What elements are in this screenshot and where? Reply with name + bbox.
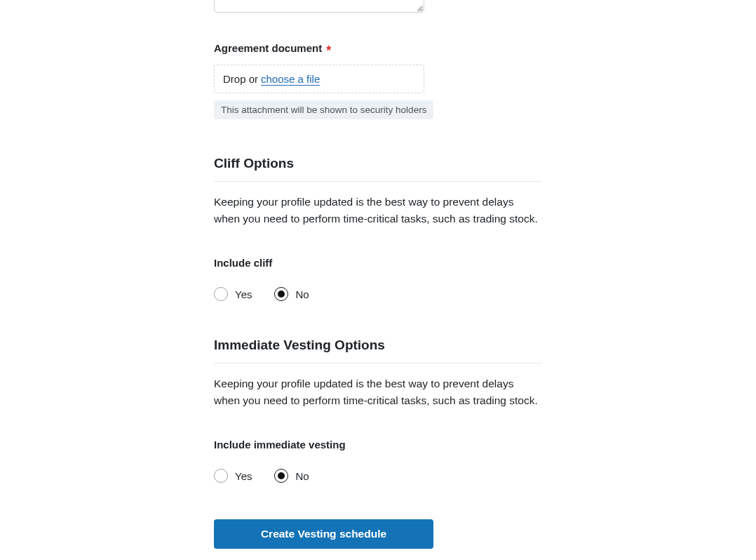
resize-handle-icon[interactable] [415, 4, 422, 11]
radio-label-no: No [295, 470, 309, 482]
radio-icon [274, 287, 288, 301]
required-asterisk-icon: * [326, 46, 331, 55]
agreement-label-text: Agreement document [214, 42, 322, 54]
agreement-dropzone[interactable]: Drop or choose a file [214, 65, 424, 93]
submit-button-label: Create Vesting schedule [261, 528, 386, 540]
radio-label-no: No [295, 288, 309, 300]
radio-label-yes: Yes [235, 470, 252, 482]
agreement-label: Agreement document * [214, 42, 542, 54]
dropzone-prefix: Drop or [223, 73, 258, 85]
radio-label-yes: Yes [235, 288, 252, 300]
include-immediate-no[interactable]: No [274, 469, 309, 483]
radio-icon [214, 287, 228, 301]
cliff-options-description: Keeping your profile updated is the best… [214, 194, 542, 227]
cliff-options-section: Cliff Options Keeping your profile updat… [214, 156, 542, 301]
create-vesting-schedule-button[interactable]: Create Vesting schedule [214, 519, 433, 549]
cliff-options-heading: Cliff Options [214, 156, 542, 182]
include-immediate-radio-group: Yes No [214, 469, 542, 483]
choose-file-link[interactable]: choose a file [261, 73, 320, 85]
immediate-vesting-description: Keeping your profile updated is the best… [214, 375, 542, 409]
include-immediate-yes[interactable]: Yes [214, 469, 252, 483]
include-cliff-label: Include cliff [214, 257, 542, 269]
radio-icon [214, 469, 228, 483]
include-cliff-radio-group: Yes No [214, 287, 542, 301]
terms-textarea[interactable]: terms will be displayed in a board conse… [214, 0, 424, 13]
include-immediate-label: Include immediate vesting [214, 439, 542, 451]
immediate-vesting-heading: Immediate Vesting Options [214, 338, 542, 364]
attachment-visibility-note: This attachment will be shown to securit… [214, 100, 433, 119]
radio-icon [274, 469, 288, 483]
include-cliff-yes[interactable]: Yes [214, 287, 252, 301]
immediate-vesting-section: Immediate Vesting Options Keeping your p… [214, 338, 542, 483]
include-cliff-no[interactable]: No [274, 287, 309, 301]
